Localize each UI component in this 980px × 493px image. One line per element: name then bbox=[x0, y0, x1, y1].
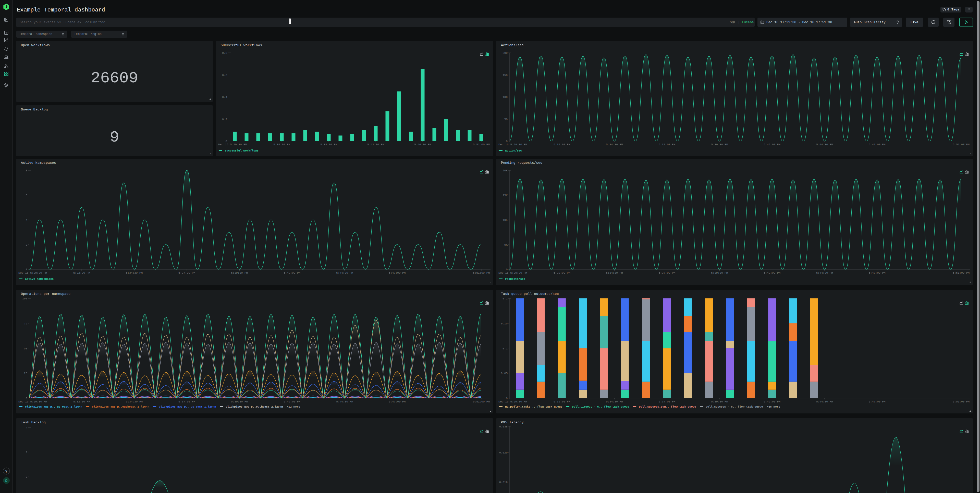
svg-text:5:42:00 PM: 5:42:00 PM bbox=[283, 400, 301, 403]
svg-text:5:37:00 PM: 5:37:00 PM bbox=[659, 143, 675, 146]
svg-text:0.6: 0.6 bbox=[222, 74, 227, 77]
svg-text:5:42:00 PM: 5:42:00 PM bbox=[764, 143, 780, 146]
svg-text:5:34:30 PM: 5:34:30 PM bbox=[606, 143, 623, 146]
svg-text:5:32:00 PM: 5:32:00 PM bbox=[554, 143, 570, 146]
svg-text:0: 0 bbox=[25, 397, 27, 400]
svg-text:requests/sec: requests/sec bbox=[505, 277, 525, 281]
svg-text:0.05: 0.05 bbox=[501, 372, 508, 375]
svg-text:4: 4 bbox=[25, 219, 27, 222]
svg-text:5:44:30 PM: 5:44:30 PM bbox=[816, 143, 833, 146]
svg-text:poll_success · c..-flow-task-q: poll_success · c..-flow-task-queue bbox=[706, 405, 763, 408]
svg-text:0.4: 0.4 bbox=[222, 96, 227, 99]
svg-text:5:32:00 PM: 5:32:00 PM bbox=[554, 400, 570, 403]
svg-text:active namespaces: active namespaces bbox=[25, 277, 54, 281]
svg-text:3: 3 bbox=[25, 451, 27, 454]
svg-text:5:47:00 PM: 5:47:00 PM bbox=[389, 271, 406, 274]
svg-text:5:39:30 PM: 5:39:30 PM bbox=[711, 143, 728, 146]
svg-text:2: 2 bbox=[25, 476, 27, 479]
svg-text:Dec 16 5:29:30 PM: Dec 16 5:29:30 PM bbox=[498, 400, 527, 403]
svg-text:2: 2 bbox=[25, 243, 27, 246]
svg-text:5:51:00 PM: 5:51:00 PM bbox=[473, 143, 490, 146]
svg-text:5:47:00 PM: 5:47:00 PM bbox=[389, 400, 406, 403]
svg-text:5:34:30 PM: 5:34:30 PM bbox=[126, 271, 143, 274]
svg-text:Dec 16 5:29:30 PM: Dec 16 5:29:30 PM bbox=[218, 143, 247, 146]
svg-text:4: 4 bbox=[25, 426, 27, 429]
svg-text:+56 more: +56 more bbox=[767, 405, 780, 408]
svg-text:5:42:00 PM: 5:42:00 PM bbox=[764, 271, 780, 274]
svg-text:150: 150 bbox=[503, 74, 508, 77]
svg-text:5:39:30 PM: 5:39:30 PM bbox=[711, 271, 728, 274]
svg-text:0.2: 0.2 bbox=[222, 118, 227, 121]
svg-text:Dec 16 5:29:30 PM: Dec 16 5:29:30 PM bbox=[18, 400, 47, 403]
svg-text:5:51:00 PM: 5:51:00 PM bbox=[953, 400, 969, 403]
svg-text:5:42:00 PM: 5:42:00 PM bbox=[367, 143, 384, 146]
svg-text:Dec 16 5:29:30 PM: Dec 16 5:29:30 PM bbox=[498, 271, 527, 274]
svg-text:poll_success_syn..-flow-task-q: poll_success_syn..-flow-task-queue bbox=[639, 405, 696, 408]
svg-text:successful workflows: successful workflows bbox=[225, 149, 259, 152]
svg-text:Dec 16 5:29:30 PM: Dec 16 5:29:30 PM bbox=[18, 271, 47, 274]
svg-text:clickpipes-aws-p..outheast-2.l: clickpipes-aws-p..outheast-2.l2c4n bbox=[226, 405, 283, 408]
svg-text:50: 50 bbox=[24, 347, 27, 350]
svg-text:5:37:00 PM: 5:37:00 PM bbox=[659, 271, 675, 274]
svg-text:5:51:00 PM: 5:51:00 PM bbox=[473, 400, 490, 403]
svg-text:5:32:00 PM: 5:32:00 PM bbox=[73, 400, 90, 403]
svg-text:0.15: 0.15 bbox=[501, 322, 508, 325]
svg-text:5:51:00 PM: 5:51:00 PM bbox=[473, 271, 490, 274]
svg-text:0: 0 bbox=[506, 268, 508, 271]
svg-text:5:44:30 PM: 5:44:30 PM bbox=[336, 400, 353, 403]
svg-text:5:37:00 PM: 5:37:00 PM bbox=[178, 271, 195, 274]
svg-text:5:47:00 PM: 5:47:00 PM bbox=[869, 143, 886, 146]
svg-text:5:51:00 PM: 5:51:00 PM bbox=[953, 143, 969, 146]
svg-text:15K: 15K bbox=[503, 194, 508, 197]
svg-text:5:39:30 PM: 5:39:30 PM bbox=[231, 400, 248, 403]
svg-text:5:39:30 PM: 5:39:30 PM bbox=[711, 400, 728, 403]
svg-text:5:34:00 PM: 5:34:00 PM bbox=[273, 143, 290, 146]
svg-text:clickpipes-aws-p..-us-east-2.l: clickpipes-aws-p..-us-east-2.l2c4n bbox=[25, 405, 82, 408]
svg-text:0.038: 0.038 bbox=[499, 425, 508, 428]
svg-text:D: D bbox=[5, 479, 7, 483]
svg-text:+12 more: +12 more bbox=[286, 405, 300, 408]
svg-text:0: 0 bbox=[225, 140, 227, 143]
svg-text:5K: 5K bbox=[504, 243, 508, 246]
svg-text:5:44:30 PM: 5:44:30 PM bbox=[816, 271, 833, 274]
svg-text:5:42:00 PM: 5:42:00 PM bbox=[764, 400, 780, 403]
svg-text:0.029: 0.029 bbox=[499, 451, 508, 454]
svg-text:5:34:30 PM: 5:34:30 PM bbox=[606, 400, 623, 403]
svg-text:0: 0 bbox=[506, 140, 508, 143]
svg-text:clickpipes-aws-p..-us-east-1.l: clickpipes-aws-p..-us-east-1.l2c4n bbox=[159, 405, 216, 408]
svg-text:5:47:00 PM: 5:47:00 PM bbox=[869, 400, 886, 403]
svg-text:5:32:00 PM: 5:32:00 PM bbox=[554, 271, 570, 274]
svg-text:5:39:30 PM: 5:39:30 PM bbox=[231, 271, 248, 274]
svg-text:50: 50 bbox=[504, 118, 508, 121]
svg-text:5:34:30 PM: 5:34:30 PM bbox=[606, 271, 623, 274]
svg-text:Dec 16 5:29:30 PM: Dec 16 5:29:30 PM bbox=[498, 143, 527, 146]
svg-text:poll_timeout · c..-flow-task-q: poll_timeout · c..-flow-task-queue bbox=[572, 405, 629, 408]
svg-text:5:34:30 PM: 5:34:30 PM bbox=[126, 400, 143, 403]
svg-text:0.1: 0.1 bbox=[503, 347, 508, 350]
svg-text:5:47:00 PM: 5:47:00 PM bbox=[869, 271, 886, 274]
svg-text:5:44:30 PM: 5:44:30 PM bbox=[336, 271, 353, 274]
svg-text:5:32:00 PM: 5:32:00 PM bbox=[73, 271, 90, 274]
svg-text:action/sec: action/sec bbox=[505, 149, 522, 152]
svg-text:25: 25 bbox=[24, 372, 27, 375]
svg-text:0.019: 0.019 bbox=[499, 481, 508, 484]
svg-text:5:37:00 PM: 5:37:00 PM bbox=[659, 400, 675, 403]
svg-text:100: 100 bbox=[503, 96, 508, 99]
svg-text:5:51:00 PM: 5:51:00 PM bbox=[953, 271, 969, 274]
svg-text:5:38:00 PM: 5:38:00 PM bbox=[320, 143, 337, 146]
svg-text:10K: 10K bbox=[503, 219, 508, 222]
svg-text:no_poller_tasks ..-flow-task-q: no_poller_tasks ..-flow-task-queue bbox=[505, 405, 563, 408]
svg-text:6: 6 bbox=[25, 194, 27, 197]
svg-text:5:44:30 PM: 5:44:30 PM bbox=[816, 400, 833, 403]
svg-text:clickpipes-aws-p..outheast-2.l: clickpipes-aws-p..outheast-2.l2c4n bbox=[92, 405, 149, 408]
svg-text:5:42:00 PM: 5:42:00 PM bbox=[283, 271, 301, 274]
svg-text:0: 0 bbox=[25, 268, 27, 271]
svg-text:0: 0 bbox=[506, 397, 508, 400]
svg-text:?: ? bbox=[5, 469, 7, 474]
svg-text:5:46:00 PM: 5:46:00 PM bbox=[414, 143, 431, 146]
svg-text:75: 75 bbox=[24, 322, 27, 325]
svg-text:5:37:00 PM: 5:37:00 PM bbox=[178, 400, 195, 403]
